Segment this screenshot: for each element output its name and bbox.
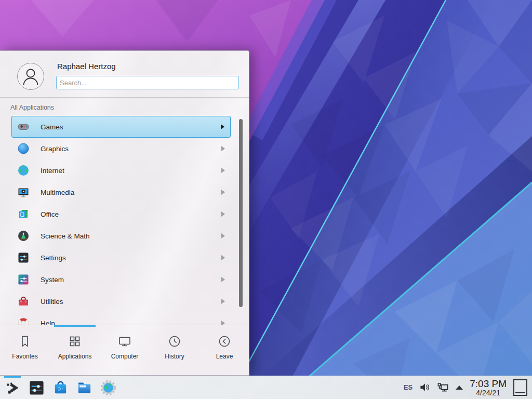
list-scrollbar[interactable]: [239, 119, 243, 307]
dolphin-icon[interactable]: [76, 380, 92, 396]
submenu-arrow-icon: [221, 255, 225, 260]
menu-item-label: Settings: [41, 254, 66, 262]
submenu-arrow-icon: [221, 233, 225, 238]
user-name: Raphael Hertzog: [57, 62, 116, 71]
tab-label: History: [165, 353, 184, 360]
monitor-play-icon: [17, 186, 30, 198]
menu-item-system[interactable]: System: [11, 269, 231, 290]
menu-item-label: Games: [41, 123, 63, 131]
menu-item-help[interactable]: Help: [11, 312, 231, 325]
menu-item-label: Office: [41, 210, 59, 218]
tab-label: Leave: [216, 353, 233, 360]
taskbar: ES 7:03 PM 4/24/21: [0, 376, 532, 399]
tab-favorites[interactable]: Favorites: [0, 325, 50, 376]
menu-item-settings[interactable]: Settings: [11, 247, 231, 269]
launcher-button[interactable]: [4, 376, 21, 399]
network-icon[interactable]: [437, 382, 449, 393]
user-icon: [18, 63, 44, 89]
menu-item-label: Help: [41, 320, 55, 325]
menu-item-label: Utilities: [41, 298, 63, 305]
tab-history[interactable]: History: [150, 325, 200, 376]
search-input[interactable]: [56, 76, 239, 89]
submenu-arrow-icon: [221, 168, 225, 173]
documents-icon: [17, 208, 30, 220]
lifebuoy-icon: [17, 317, 30, 325]
application-launcher: Raphael Hertzog All Applications Games: [0, 50, 249, 376]
tab-leave[interactable]: Leave: [200, 325, 249, 376]
flask-icon: [17, 230, 30, 242]
user-avatar[interactable]: [17, 63, 44, 90]
grid-icon: [68, 334, 82, 349]
taskbar-apps: [0, 376, 116, 399]
menu-item-label: Internet: [41, 167, 64, 175]
menu-item-label: System: [41, 276, 64, 284]
tab-computer[interactable]: Computer: [100, 325, 150, 376]
gamepad-icon: [17, 121, 30, 133]
submenu-arrow-icon: [221, 146, 225, 151]
toolbox-icon: [17, 295, 30, 308]
menu-item-utilities[interactable]: Utilities: [11, 290, 231, 312]
clock-time: 7:03 PM: [470, 379, 507, 389]
submenu-arrow-icon: [221, 190, 225, 195]
menu-item-label: Science & Math: [41, 232, 90, 240]
expand-arrow-icon[interactable]: [456, 385, 463, 390]
launcher-header: Raphael Hertzog: [0, 51, 249, 98]
launcher-tabbar: Favorites Applications C: [0, 325, 249, 376]
konqueror-icon[interactable]: [100, 380, 116, 396]
submenu-arrow-icon: [221, 211, 225, 217]
submenu-arrow-icon: [221, 124, 224, 129]
show-desktop-button[interactable]: [513, 379, 527, 396]
menu-item-internet[interactable]: Internet: [11, 159, 231, 181]
tab-applications[interactable]: Applications: [50, 325, 100, 376]
applications-list: Games Graphics: [0, 116, 249, 325]
submenu-arrow-icon: [221, 321, 225, 325]
submenu-arrow-icon: [221, 277, 225, 282]
globe-icon: [17, 164, 30, 177]
section-label: All Applications: [10, 104, 54, 111]
menu-item-office[interactable]: Office: [11, 203, 231, 225]
computer-icon: [117, 334, 132, 349]
kickoff-icon: [5, 380, 21, 396]
system-settings-icon[interactable]: [29, 380, 45, 396]
sphere-icon: [17, 142, 30, 155]
menu-item-graphics[interactable]: Graphics: [11, 138, 231, 159]
menu-item-games[interactable]: Games: [11, 116, 231, 138]
clock-date: 4/24/21: [476, 389, 500, 397]
text-cursor: [60, 78, 60, 87]
menu-item-label: Multimedia: [41, 189, 74, 196]
tab-label: Favorites: [12, 353, 37, 360]
system-tray: ES 7:03 PM 4/24/21: [404, 379, 532, 396]
desktop: Raphael Hertzog All Applications Games: [0, 0, 532, 399]
digital-clock[interactable]: 7:03 PM 4/24/21: [470, 379, 507, 396]
sliders-color-icon: [17, 273, 30, 286]
menu-item-science-math[interactable]: Science & Math: [11, 225, 231, 247]
discover-icon[interactable]: [52, 380, 69, 396]
leave-icon: [217, 334, 232, 349]
keyboard-layout-indicator[interactable]: ES: [404, 383, 413, 391]
volume-icon[interactable]: [419, 382, 430, 393]
menu-item-label: Graphics: [41, 145, 69, 153]
bookmark-icon: [18, 334, 32, 349]
tab-label: Applications: [58, 353, 92, 360]
menu-item-multimedia[interactable]: Multimedia: [11, 181, 231, 203]
clock-icon: [167, 334, 182, 349]
sliders-dark-icon: [17, 251, 30, 264]
submenu-arrow-icon: [221, 299, 225, 304]
tab-label: Computer: [111, 353, 139, 360]
